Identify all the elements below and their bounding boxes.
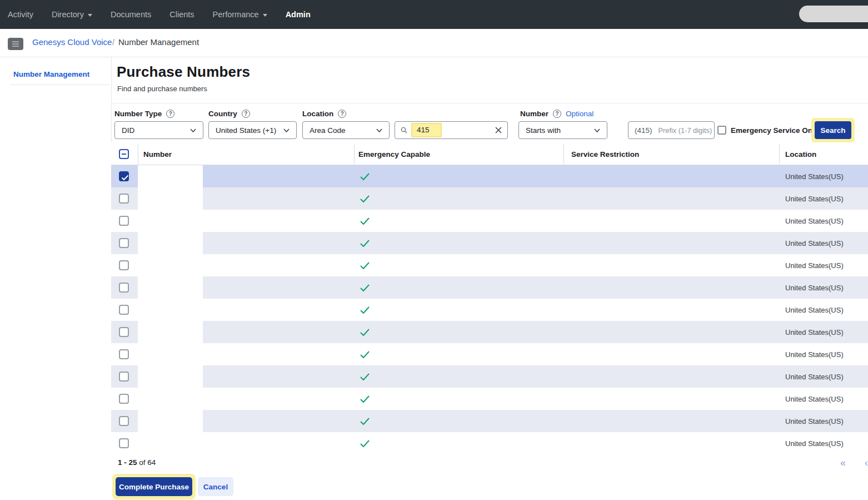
- emergency-service-only-label: Emergency Service Only: [731, 126, 819, 135]
- filter-location: Location ? Area Code: [302, 109, 346, 118]
- emergency-capable-checkmark-icon: [360, 240, 370, 247]
- emergency-service-only-checkbox[interactable]: [717, 126, 726, 135]
- help-icon[interactable]: ?: [242, 110, 250, 118]
- location-cell: United States(US): [785, 284, 844, 292]
- help-icon[interactable]: ?: [166, 110, 174, 118]
- location-label: Location: [302, 110, 333, 118]
- breadcrumb-link-genesys-cloud-voice[interactable]: Genesys Cloud Voice: [32, 37, 112, 47]
- area-code-search-input[interactable]: 415: [395, 121, 508, 139]
- page-title: Purchase Numbers: [117, 63, 250, 81]
- search-button[interactable]: Search: [815, 121, 851, 139]
- row-checkbox[interactable]: [119, 171, 129, 181]
- help-icon[interactable]: ?: [338, 110, 346, 118]
- nav-item-label: Directory: [52, 10, 84, 19]
- number-match-select[interactable]: Starts with: [518, 121, 607, 139]
- nav-item-label: Clients: [169, 10, 194, 19]
- number-prefix-placeholder: Prefix (1-7 digits): [659, 126, 712, 135]
- emergency-capable-checkmark-icon: [360, 284, 370, 291]
- number-match-value: Starts with: [526, 126, 561, 135]
- row-checkbox[interactable]: [119, 416, 129, 426]
- emergency-capable-checkmark-icon: [360, 418, 370, 425]
- location-cell: United States(US): [785, 195, 844, 203]
- table-row[interactable]: United States(US): [111, 276, 868, 299]
- checkbox-indeterminate-icon: [122, 154, 126, 155]
- table-row[interactable]: United States(US): [111, 343, 868, 365]
- table-row[interactable]: United States(US): [111, 254, 868, 276]
- number-type-value: DID: [122, 126, 134, 135]
- number-prefix-value: (415): [635, 126, 652, 135]
- top-nav-items: Activity Directory Documents Clients Per…: [8, 10, 311, 19]
- number-prefix-input[interactable]: (415) Prefix (1-7 digits): [628, 121, 715, 139]
- prev-page-icon[interactable]: ‹: [865, 457, 868, 469]
- clear-icon[interactable]: [495, 127, 502, 133]
- hamburger-icon[interactable]: [8, 38, 23, 50]
- nav-item-label: Activity: [8, 10, 33, 19]
- location-cell: United States(US): [785, 261, 844, 270]
- pagination-range: 1 - 25: [118, 458, 137, 467]
- first-page-icon[interactable]: «: [840, 457, 846, 469]
- select-all-checkbox[interactable]: [119, 149, 129, 159]
- column-divider: [779, 144, 780, 164]
- help-icon[interactable]: ?: [553, 110, 561, 118]
- table-row[interactable]: United States(US): [111, 388, 868, 410]
- location-cell: United States(US): [785, 373, 844, 381]
- sidebar-item-number-management[interactable]: Number Management: [13, 70, 89, 78]
- column-divider: [138, 144, 138, 164]
- row-checkbox[interactable]: [119, 194, 129, 204]
- sidebar-divider: [10, 85, 110, 85]
- nav-item-documents[interactable]: Documents: [111, 10, 151, 19]
- table-row[interactable]: United States(US): [111, 232, 868, 254]
- row-checkbox[interactable]: [119, 216, 129, 226]
- breadcrumb: Genesys Cloud Voice / Number Management: [0, 29, 868, 57]
- cancel-button[interactable]: Cancel: [198, 477, 233, 496]
- column-header-location: Location: [785, 150, 816, 159]
- table-row[interactable]: United States(US): [111, 210, 868, 232]
- complete-purchase-button[interactable]: Complete Purchase: [116, 477, 192, 496]
- area-code-query-highlight: 415: [411, 123, 442, 137]
- number-type-select[interactable]: DID: [114, 121, 203, 139]
- row-checkbox[interactable]: [119, 372, 129, 382]
- country-label: Country: [208, 110, 237, 118]
- table-row[interactable]: United States(US): [111, 410, 868, 432]
- chevron-down-icon: [88, 14, 92, 17]
- number-optional-link[interactable]: Optional: [566, 110, 593, 118]
- number-type-label: Number Type: [114, 110, 162, 118]
- pagination-total: of 64: [139, 458, 156, 467]
- location-cell: United States(US): [785, 306, 844, 314]
- location-cell: United States(US): [785, 239, 844, 247]
- table-row[interactable]: United States(US): [111, 365, 868, 388]
- column-header-number: Number: [143, 150, 172, 159]
- title-divider: [111, 103, 868, 103]
- emergency-capable-checkmark-icon: [360, 373, 370, 380]
- row-checkbox[interactable]: [119, 260, 129, 270]
- nav-item-label: Admin: [286, 10, 311, 19]
- nav-item-performance[interactable]: Performance: [213, 10, 267, 19]
- row-checkbox[interactable]: [119, 438, 129, 448]
- number-label: Number: [520, 110, 548, 118]
- nav-item-activity[interactable]: Activity: [8, 10, 33, 19]
- row-checkbox[interactable]: [119, 238, 129, 248]
- nav-item-admin[interactable]: Admin: [286, 10, 311, 19]
- row-checkbox[interactable]: [119, 283, 129, 293]
- filter-number: Number ? Optional Starts with: [518, 109, 593, 118]
- row-checkbox[interactable]: [119, 394, 129, 404]
- location-type-value: Area Code: [310, 126, 346, 135]
- nav-item-clients[interactable]: Clients: [169, 10, 194, 19]
- nav-item-directory[interactable]: Directory: [52, 10, 92, 19]
- table-row[interactable]: United States(US): [111, 321, 868, 343]
- row-checkbox[interactable]: [119, 349, 129, 359]
- table-row[interactable]: United States(US): [111, 299, 868, 321]
- country-select[interactable]: United States (+1): [208, 121, 297, 139]
- table-row[interactable]: United States(US): [111, 432, 868, 453]
- global-search-input[interactable]: [799, 6, 868, 22]
- chevron-down-icon: [594, 128, 600, 132]
- location-type-select[interactable]: Area Code: [302, 121, 390, 139]
- row-checkbox[interactable]: [119, 327, 129, 337]
- table-row[interactable]: United States(US): [111, 187, 868, 210]
- breadcrumb-current: Number Management: [118, 37, 199, 47]
- row-checkbox[interactable]: [119, 305, 129, 315]
- number-column-redaction: [138, 165, 203, 453]
- table-row[interactable]: United States(US): [111, 165, 868, 187]
- nav-item-label: Documents: [111, 10, 151, 19]
- column-header-emergency-capable: Emergency Capable: [358, 150, 430, 159]
